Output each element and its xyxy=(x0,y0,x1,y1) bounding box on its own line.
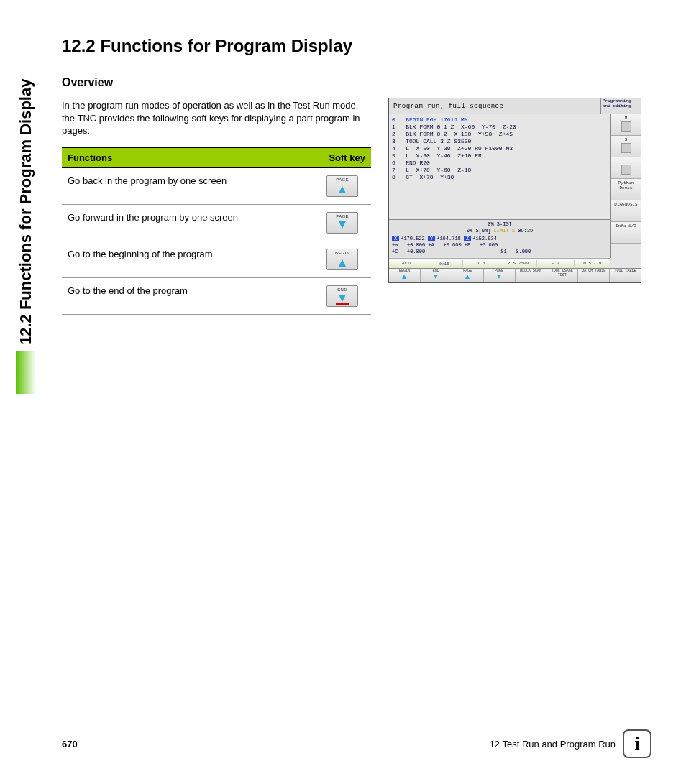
func-desc: Go forward in the program by one screen xyxy=(62,204,314,241)
side-btn-label: M xyxy=(625,116,628,121)
cnc-side-buttons: M S T Python Demos DIAGNOSIS Info 1/3 xyxy=(610,114,641,258)
sk-label: PAGE xyxy=(463,269,472,273)
sk-page-down[interactable]: PAGE xyxy=(484,269,516,282)
page-footer: 670 12 Test Run and Program Run i xyxy=(62,729,651,758)
section-heading: 12.2 Functions for Program Display xyxy=(62,36,651,56)
softkey-label: PAGE xyxy=(336,214,348,218)
softkey-page-down[interactable]: PAGE xyxy=(326,212,358,234)
softkey-begin[interactable]: BEGIN xyxy=(326,249,358,270)
table-row: Go to the beginning of the program BEGIN xyxy=(62,241,371,277)
sk-label: PAGE xyxy=(495,269,503,273)
side-btn-diagnosis[interactable]: DIAGNOSIS xyxy=(611,200,641,222)
side-btn-s[interactable]: S xyxy=(611,136,641,157)
axis-y-val: +164.718 xyxy=(436,236,461,241)
arrow-down-icon xyxy=(339,295,346,302)
arrow-up-icon xyxy=(339,259,346,267)
arrow-up-icon xyxy=(465,275,470,279)
strip-z: Z S 2500 xyxy=(500,260,538,267)
strip-tool: T 5 xyxy=(463,260,500,267)
program-line: 5 L X-30 Y-40 Z+10 RR xyxy=(392,152,608,160)
arrow-up-icon xyxy=(339,186,346,193)
spindle-val: 0.000 xyxy=(516,249,531,254)
program-line: 2 BLK FORM 0.2 X+130 Y+50 Z+45 xyxy=(392,131,608,138)
page-number: 670 xyxy=(62,739,78,750)
chapter-text: 12 Test Run and Program Run xyxy=(490,739,616,750)
th-softkey: Soft key xyxy=(314,147,371,167)
status-line-2: 0% S[Nm] LIMIT 1 09:39 xyxy=(392,228,608,234)
func-desc: Go to the beginning of the program xyxy=(62,241,314,277)
status-time: 09:39 xyxy=(518,228,533,234)
strip-m: M 5 / 9 xyxy=(575,260,611,267)
sk-label: TOOL USAGE TEST xyxy=(552,269,573,277)
sk-label: BLOCK SCAN xyxy=(520,269,541,273)
axis-a-val: +0.000 xyxy=(407,242,425,248)
program-line: 0 BEGIN PGM 17011 MM xyxy=(392,116,608,124)
cnc-bottom-softkeys: BEGIN END PAGE PAGE BLOCK SCAN TOOL USAG… xyxy=(389,268,641,282)
axis-z-val: +152.834 xyxy=(472,236,497,241)
func-desc: Go to the end of the program xyxy=(62,277,314,314)
sk-end[interactable]: END xyxy=(421,269,452,282)
generic-icon xyxy=(621,121,631,132)
end-bar-icon xyxy=(336,303,349,305)
axis-B-val: +0.000 xyxy=(480,242,498,248)
cnc-status-area: 0% S-IST 0% S[Nm] LIMIT 1 09:39 X+179.52… xyxy=(389,219,610,257)
cnc-info-strip: ACTL ⊕:15 T 5 Z S 2500 F 0 M 5 / 9 xyxy=(389,258,610,268)
side-btn-python[interactable]: Python Demos xyxy=(611,179,641,200)
side-btn-label: DIAGNOSIS xyxy=(614,202,637,207)
side-btn-t[interactable]: T xyxy=(611,157,641,179)
generic-icon xyxy=(621,165,631,175)
func-desc: Go back in the program by one screen xyxy=(62,167,314,204)
program-line: 1 BLK FORM 0.1 Z X-60 Y-70 Z-20 xyxy=(392,124,608,131)
cnc-coords-row2: +a +0.000 +A +0.000 +B +0.000 xyxy=(392,242,608,249)
sk-label: END xyxy=(433,269,439,273)
arrow-up-icon xyxy=(402,275,406,279)
arrow-down-icon xyxy=(339,221,346,229)
softkey-label: BEGIN xyxy=(335,251,349,255)
sk-begin[interactable]: BEGIN xyxy=(389,269,421,282)
status-line-1: 0% S-IST xyxy=(392,221,608,228)
axis-x-label: X xyxy=(392,236,399,241)
axis-x-val: +179.522 xyxy=(401,236,425,241)
strip-f: F 0 xyxy=(537,260,575,267)
sk-tool-usage[interactable]: TOOL USAGE TEST xyxy=(546,269,578,282)
axis-z-label: Z xyxy=(464,236,471,241)
softkey-page-up[interactable]: PAGE xyxy=(326,175,358,197)
axis-C-val: +0.000 xyxy=(407,249,425,254)
func-softkey-cell: BEGIN xyxy=(314,241,371,277)
table-row: Go to the end of the program END xyxy=(62,277,371,314)
intro-paragraph: In the program run modes of operation as… xyxy=(62,99,371,137)
sk-block-scan[interactable]: BLOCK SCAN xyxy=(516,269,547,282)
sk-label: BEGIN xyxy=(399,269,410,273)
info-icon: i xyxy=(623,729,651,758)
side-tab-title: 12.2 Functions for Program Display xyxy=(16,36,36,345)
axis-y-label: Y xyxy=(428,236,435,241)
cnc-title: Program run, full sequence xyxy=(389,98,600,114)
func-softkey-cell: PAGE xyxy=(314,167,371,204)
sk-page-up[interactable]: PAGE xyxy=(452,269,484,282)
softkey-label: END xyxy=(337,287,347,292)
sk-datum-table[interactable]: DATUM TABLE xyxy=(578,269,610,282)
cnc-mode[interactable]: Programming and editing xyxy=(600,98,641,114)
sk-label: DATUM TABLE xyxy=(582,269,605,273)
generic-icon xyxy=(621,143,631,153)
softkey-label: PAGE xyxy=(336,177,348,182)
softkey-end[interactable]: END xyxy=(326,285,358,307)
cnc-coords-row3: +C +0.000 S1 0.000 xyxy=(392,249,608,255)
side-btn-info[interactable]: Info 1/3 xyxy=(611,222,641,244)
functions-table: Functions Soft key Go back in the progra… xyxy=(62,147,371,315)
strip-actl: ACTL xyxy=(389,260,426,267)
status-limit: LIMIT 1 xyxy=(494,228,515,234)
side-btn-m[interactable]: M xyxy=(611,114,641,136)
chapter-label: 12 Test Run and Program Run i xyxy=(490,729,651,758)
program-line: 7 L X+70 Y-60 Z-10 xyxy=(392,167,608,174)
program-line: 4 L X-50 Y-30 Z+20 R0 F1000 M3 xyxy=(392,145,608,152)
program-line: 6 RND R20 xyxy=(392,160,608,167)
status-snm: 0% S[Nm] xyxy=(467,228,491,234)
side-btn-label: T xyxy=(625,159,628,164)
section-subheading: Overview xyxy=(62,76,651,89)
arrow-down-icon xyxy=(434,275,438,279)
th-functions: Functions xyxy=(62,147,314,167)
side-accent xyxy=(16,351,36,394)
sk-tool-table[interactable]: TOOL TABLE xyxy=(610,269,641,282)
arrow-down-icon xyxy=(497,275,501,279)
